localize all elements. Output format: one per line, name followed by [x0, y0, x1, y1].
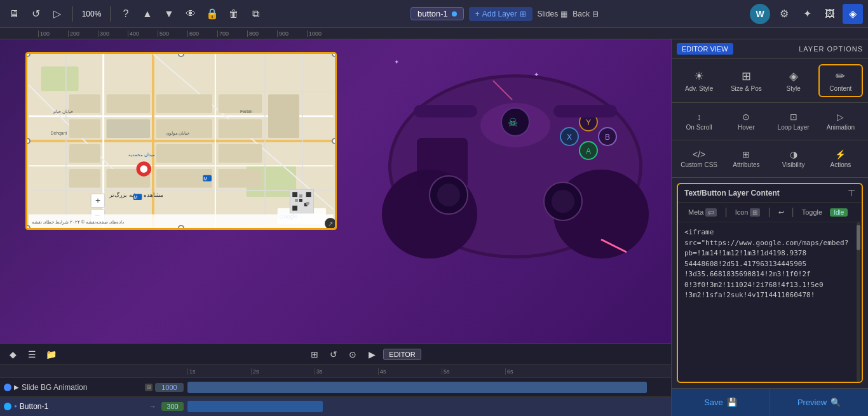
tl-folder-icon[interactable]: 📁 — [43, 347, 58, 362]
actions-label: Actions — [830, 161, 851, 168]
content-body[interactable]: <iframe src="https://www.google.com/maps… — [678, 222, 862, 382]
image-icon[interactable]: 🖼 — [820, 4, 840, 24]
preview-button[interactable]: Preview 🔍 — [770, 389, 868, 416]
copy-icon[interactable]: ⧉ — [247, 5, 264, 23]
scrollbar[interactable] — [857, 222, 860, 382]
style-label: Style — [787, 85, 801, 92]
style-option[interactable]: ◈ Style — [771, 64, 816, 97]
preview-search-icon: 🔍 — [831, 398, 841, 407]
on-scroll-option[interactable]: ↕ On Scroll — [677, 108, 721, 135]
link-tab[interactable]: ↩ — [775, 207, 788, 218]
canvas-area[interactable]: ✦ ✦ ✦ + ✦ — [0, 39, 671, 416]
options-grid-3: </> Custom CSS ⊞ Attributes ◑ Visibility… — [672, 140, 868, 178]
controller-svg: A B X Y ☠ — [379, 49, 652, 265]
custom-css-icon: </> — [693, 149, 705, 159]
animation-option[interactable]: ▷ Animation — [818, 108, 863, 135]
add-layer-label: Add Layer — [482, 10, 517, 18]
actions-option[interactable]: ⚡ Actions — [818, 145, 863, 172]
icon-tab[interactable]: Icon ⊞ — [731, 207, 764, 218]
monitor-icon[interactable]: 🖥 — [5, 5, 23, 23]
adv-style-option[interactable]: ☀ Adv. Style — [677, 64, 721, 97]
layout-icon[interactable]: ✦ — [797, 4, 817, 24]
cursor-icon[interactable]: ▷ — [48, 5, 66, 23]
layer-value-slide-bg[interactable]: 1000 — [155, 383, 184, 392]
tl-loop-icon[interactable]: ↺ — [326, 347, 341, 362]
visibility-option[interactable]: ◑ Visibility — [771, 145, 816, 172]
ruler-mark-900: 900 — [277, 30, 307, 37]
scrollbar-thumb[interactable] — [857, 225, 860, 250]
layer-row-slide-bg[interactable]: ▶ Slide BG Animation ⊞ 1000 — [0, 378, 671, 397]
svg-text:Dehqani: Dehqani — [51, 131, 67, 136]
slides-button[interactable]: Slides ▦ — [538, 10, 568, 18]
layer-icon-slide-bg[interactable]: ⊞ — [145, 384, 153, 391]
wordpress-icon[interactable]: W — [750, 4, 770, 24]
svg-text:B: B — [605, 133, 610, 142]
layer-track-slide-bg[interactable] — [187, 378, 671, 397]
layer-block-slide-bg[interactable] — [187, 382, 647, 393]
add-layer-icon: + — [475, 10, 480, 18]
slides-icon: ▦ — [560, 10, 567, 18]
content-pin-icon[interactable]: ⊤ — [848, 188, 855, 198]
layer-row-button1[interactable]: ● Button-1 → 300 — [0, 397, 671, 416]
meta-tab[interactable]: Meta 🏷 — [684, 207, 721, 218]
save-button[interactable]: Save 💾 — [672, 389, 770, 416]
svg-rect-44 — [107, 119, 151, 138]
sel-handle-tr[interactable] — [332, 52, 337, 57]
layer-name-text: button-1 — [417, 9, 448, 18]
delete-icon[interactable]: 🗑 — [225, 5, 243, 23]
layer-value-button1[interactable]: 300 — [161, 402, 184, 411]
editor-view-tab[interactable]: EDITOR VIEW — [677, 43, 733, 55]
map-container[interactable]: مشاهده نقشه بزرگ‌تر M M + − خیابان خیام … — [25, 52, 337, 230]
tl-mark-5s: 5s — [442, 368, 505, 375]
attributes-label: Attributes — [733, 161, 759, 168]
layer-track-button1[interactable] — [187, 397, 671, 416]
content-textarea[interactable]: <iframe src="https://www.google.com/maps… — [684, 227, 855, 377]
toggle-tab[interactable]: Toggle — [798, 207, 826, 217]
svg-rect-49 — [268, 95, 299, 138]
arrow-down-icon[interactable]: ▼ — [160, 5, 178, 23]
layer-block-button1[interactable] — [187, 401, 323, 412]
map-svg: مشاهده نقشه بزرگ‌تر M M + − خیابان خیام … — [27, 54, 335, 228]
loop-layer-option[interactable]: ⊡ Loop Layer — [771, 108, 816, 135]
layer-expand-icon[interactable]: ▶ — [14, 384, 19, 391]
custom-css-option[interactable]: </> Custom CSS — [677, 145, 721, 172]
lock-icon[interactable]: 🔒 — [203, 5, 221, 23]
undo-icon[interactable]: ↺ — [27, 5, 44, 23]
hover-option[interactable]: ⊙ Hover — [724, 108, 768, 135]
content-option[interactable]: ✏ Content — [818, 64, 863, 97]
idle-badge[interactable]: Idle — [830, 208, 848, 217]
editor-button[interactable]: EDITOR — [383, 349, 421, 360]
add-layer-button[interactable]: + Add Layer ⊞ — [469, 7, 532, 21]
resize-handle[interactable]: ↗ — [325, 218, 336, 229]
sel-handle-bl[interactable] — [25, 225, 31, 230]
layer-rows: ▶ Slide BG Animation ⊞ 1000 — [0, 378, 671, 416]
settings-icon[interactable]: ⚙ — [774, 4, 794, 24]
size-pos-option[interactable]: ⊞ Size & Pos — [724, 64, 768, 97]
back-button[interactable]: Back ⊟ — [573, 10, 599, 18]
tl-grid-icon[interactable]: ⊞ — [307, 347, 322, 362]
layers-icon[interactable]: ◈ — [843, 4, 863, 24]
eye-icon[interactable]: 👁 — [182, 5, 200, 23]
layer-color-button1 — [4, 403, 11, 410]
visibility-icon: ◑ — [790, 149, 797, 159]
layer-name-display[interactable]: button-1 — [410, 7, 464, 20]
tl-menu-icon[interactable]: ☰ — [24, 347, 39, 362]
sel-handle-right[interactable] — [332, 138, 337, 144]
help-icon[interactable]: ? — [117, 5, 135, 23]
tl-clock-icon[interactable]: ⊙ — [345, 347, 360, 362]
arrow-up-icon[interactable]: ▲ — [139, 5, 156, 23]
svg-rect-43 — [69, 119, 100, 138]
sel-handle-bottom[interactable] — [178, 225, 184, 230]
tl-diamond-icon[interactable]: ◆ — [5, 347, 20, 362]
tab-sep-1: | — [724, 206, 727, 218]
svg-rect-83 — [299, 194, 302, 198]
save-icon: 💾 — [727, 398, 737, 407]
tl-play-icon[interactable]: ▶ — [364, 347, 379, 362]
timeline-ruler: 1s 2s 3s 4s 5s 6s — [0, 365, 671, 378]
top-toolbar: 🖥 ↺ ▷ 100% ? ▲ ▼ 👁 🔒 🗑 ⧉ button-1 + Add … — [0, 0, 868, 28]
svg-rect-82 — [295, 199, 298, 202]
svg-text:خیابان مولوی: خیابان مولوی — [166, 131, 190, 136]
attributes-option[interactable]: ⊞ Attributes — [724, 145, 768, 172]
tl-mark-2s: 2s — [251, 368, 315, 375]
svg-rect-51 — [219, 144, 262, 163]
